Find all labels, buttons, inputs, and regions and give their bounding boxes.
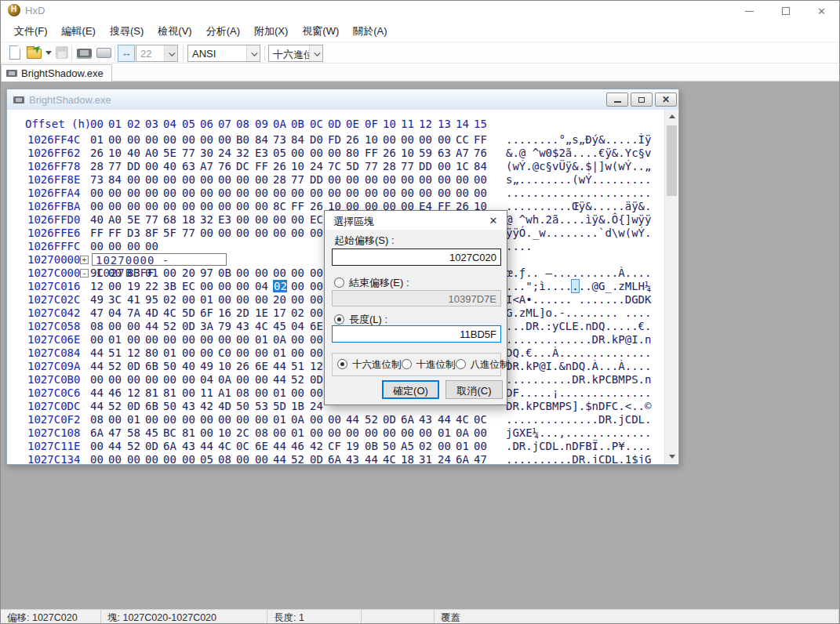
hex-byte-cell[interactable]: 40: [90, 213, 107, 226]
hex-byte-cell[interactable]: 01: [291, 426, 308, 439]
radix-option-1[interactable]: 十進位制: [402, 358, 456, 372]
hex-byte-cell[interactable]: 00: [182, 187, 199, 199]
hex-byte-cell[interactable]: 00: [438, 160, 455, 172]
hex-byte-cell[interactable]: 5D: [182, 307, 199, 319]
hex-byte-cell[interactable]: 00: [163, 373, 180, 386]
hex-byte-cell[interactable]: 5D: [273, 400, 290, 412]
ascii-cell[interactable]: DR.kPCBMPS].$nDFC.<..©: [506, 400, 651, 412]
close-button[interactable]: ✕: [804, 1, 839, 21]
hex-byte-cell[interactable]: 00: [127, 133, 144, 146]
hex-byte-cell[interactable]: 00: [438, 133, 455, 146]
hex-byte-cell[interactable]: 00: [255, 453, 272, 463]
menu-item-5[interactable]: 附加(X): [247, 21, 295, 42]
menu-item-0[interactable]: 文件(F): [7, 21, 55, 42]
hex-byte-cell[interactable]: DD: [127, 160, 144, 172]
hex-byte-cell[interactable]: 00: [145, 133, 162, 146]
ascii-cell[interactable]: ..........DR.jCDL.1$jG: [506, 453, 651, 463]
hex-byte-cell[interactable]: 00: [200, 187, 217, 199]
hex-byte-cell[interactable]: 4C: [456, 413, 473, 426]
hex-byte-cell[interactable]: 44: [438, 413, 455, 426]
collapse-icon[interactable]: -: [80, 269, 89, 278]
ascii-cell[interactable]: ..........Œÿ&.....äÿ&.: [506, 200, 651, 212]
hex-byte-cell[interactable]: 80: [346, 147, 363, 159]
hex-byte-cell[interactable]: 44: [273, 360, 290, 372]
hex-byte-cell[interactable]: 81: [182, 426, 199, 439]
hex-byte-cell[interactable]: 44: [90, 346, 107, 359]
hex-byte-cell[interactable]: 10: [218, 360, 235, 372]
hex-byte-cell[interactable]: 00: [365, 426, 382, 439]
menu-item-4[interactable]: 分析(A): [199, 21, 247, 42]
hex-byte-cell[interactable]: 00: [401, 133, 418, 146]
cancel-button[interactable]: 取消(C): [445, 380, 503, 399]
hex-byte-cell[interactable]: 00: [200, 426, 217, 439]
hex-byte-cell[interactable]: 2C: [236, 426, 253, 439]
hex-byte-cell[interactable]: 00: [255, 200, 272, 212]
hex-byte-cell[interactable]: 00: [182, 200, 199, 212]
hex-byte-cell[interactable]: 00: [236, 413, 253, 426]
hex-byte-cell[interactable]: 7C: [328, 160, 345, 172]
hex-byte-cell[interactable]: 5F: [163, 227, 180, 239]
hex-byte-cell[interactable]: 00: [236, 453, 253, 463]
hex-byte-cell[interactable]: 00: [328, 187, 345, 199]
hex-byte-cell[interactable]: 10: [108, 147, 125, 159]
hex-byte-cell[interactable]: 00: [218, 333, 235, 346]
hex-byte-cell[interactable]: BC: [163, 426, 180, 439]
hex-byte-cell[interactable]: EC: [182, 280, 199, 292]
hex-byte-cell[interactable]: 44: [273, 453, 290, 463]
hex-byte-cell[interactable]: 00: [401, 187, 418, 199]
hex-byte-cell[interactable]: CC: [456, 133, 473, 146]
hex-byte-cell[interactable]: 5E: [127, 213, 144, 226]
hex-byte-cell[interactable]: 44: [108, 440, 125, 452]
hex-byte-cell[interactable]: 6E: [255, 440, 272, 452]
hex-byte-cell[interactable]: 47: [108, 426, 125, 439]
hex-byte-cell[interactable]: 44: [145, 320, 162, 332]
hex-byte-cell[interactable]: 00: [163, 173, 180, 186]
ascii-cell[interactable]: .............DR.kP@I.n: [506, 333, 651, 346]
radio-unselected-icon[interactable]: [402, 359, 412, 369]
hex-byte-cell[interactable]: 00: [236, 213, 253, 226]
hex-byte-cell[interactable]: 00: [255, 213, 272, 226]
hex-byte-cell[interactable]: 26: [90, 147, 107, 159]
radix-option-2[interactable]: 八進位制: [456, 358, 510, 372]
hex-byte-cell[interactable]: 42: [200, 400, 217, 412]
hex-byte-cell[interactable]: 8C: [273, 200, 290, 212]
hex-byte-cell[interactable]: 53: [255, 400, 272, 412]
hex-byte-cell[interactable]: 00: [474, 426, 491, 439]
hex-byte-cell[interactable]: 00: [90, 240, 107, 252]
hex-byte-cell[interactable]: 84: [474, 160, 491, 172]
hex-byte-cell[interactable]: 02: [419, 440, 436, 452]
hex-byte-cell[interactable]: 00: [346, 426, 363, 439]
hex-byte-cell[interactable]: 0A: [291, 413, 308, 426]
hex-byte-cell[interactable]: 00: [90, 333, 107, 346]
hex-byte-cell[interactable]: 00: [273, 187, 290, 199]
hex-byte-cell[interactable]: 3A: [200, 320, 217, 332]
hex-byte-cell[interactable]: 18: [401, 453, 418, 463]
new-file-button[interactable]: [9, 45, 21, 62]
dialog-close-button[interactable]: ✕: [480, 211, 507, 230]
hex-byte-cell[interactable]: 17: [273, 307, 290, 319]
hex-byte-cell[interactable]: 7A: [127, 307, 144, 319]
hex-byte-cell[interactable]: 00: [419, 173, 436, 186]
hex-byte-cell[interactable]: 00: [310, 147, 327, 159]
hex-byte-cell[interactable]: 00: [291, 280, 308, 292]
hex-byte-cell[interactable]: 00: [438, 187, 455, 199]
end-offset-radio-row[interactable]: 結束偏移(E) :: [334, 276, 409, 290]
hex-byte-cell[interactable]: 00: [108, 240, 125, 252]
hex-byte-cell[interactable]: 4C: [163, 307, 180, 319]
hex-byte-cell[interactable]: 51: [108, 346, 125, 359]
hex-byte-cell[interactable]: 00: [474, 173, 491, 186]
hex-byte-cell[interactable]: 00: [236, 200, 253, 212]
hex-byte-cell[interactable]: 00: [163, 133, 180, 146]
hex-byte-cell[interactable]: 00: [401, 426, 418, 439]
radio-unselected-icon[interactable]: [334, 278, 344, 288]
hex-byte-cell[interactable]: 00: [218, 173, 235, 186]
hex-byte-cell[interactable]: 52: [127, 440, 144, 452]
hex-byte-cell[interactable]: 6A: [401, 413, 418, 426]
selected-byte-cell[interactable]: 02: [273, 280, 287, 292]
hex-byte-cell[interactable]: 00: [438, 173, 455, 186]
hex-byte-cell[interactable]: 43: [419, 413, 436, 426]
hex-byte-cell[interactable]: 00: [127, 200, 144, 212]
hex-byte-cell[interactable]: 1C: [456, 160, 473, 172]
hex-byte-cell[interactable]: 5E: [163, 147, 180, 159]
hex-byte-cell[interactable]: 00: [182, 346, 199, 359]
